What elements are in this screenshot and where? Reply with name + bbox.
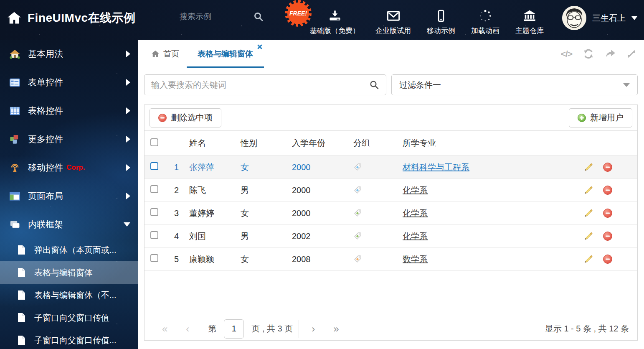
sidebar-item-label: 移动控件 <box>28 162 63 173</box>
header-search-input[interactable] <box>180 12 244 21</box>
major-link[interactable]: 化学系 <box>403 232 428 241</box>
sidebar: 基本用法 表单控件 表格控件 <box>0 40 138 349</box>
edit-pencil-icon[interactable] <box>584 255 593 264</box>
table-row[interactable]: 2 陈飞 男 2000 化学系 <box>145 179 637 202</box>
table-row[interactable]: 3 董婷婷 女 2000 化学系 <box>145 202 637 225</box>
tab-home[interactable]: 首页 <box>144 40 187 68</box>
row-gender: 女 <box>241 208 292 219</box>
sidebar-subitem-label: 表格与编辑窗体 <box>34 267 93 278</box>
last-page-button[interactable]: » <box>324 324 348 334</box>
table-row[interactable]: 4 刘国 男 2002 化学系 <box>145 225 637 248</box>
layout-icon <box>9 191 20 202</box>
delete-row-icon[interactable] <box>603 163 612 172</box>
pagination-bar: « ‹ 第 页 , 共 3 页 › » 显示 1 - 5 条 , 共 12 条 <box>145 317 637 340</box>
row-checkbox[interactable] <box>150 162 158 170</box>
table-row[interactable]: 1 张萍萍 女 2000 材料科学与工程系 <box>145 156 637 179</box>
sidebar-item-grid-controls[interactable]: 表格控件 <box>0 97 138 125</box>
tab-grid-edit-window[interactable]: 表格与编辑窗体 <box>187 40 264 68</box>
antenna-icon <box>9 162 20 173</box>
brand[interactable]: FineUIMvc在线示例 <box>7 10 136 26</box>
page-prefix: 第 <box>208 323 216 334</box>
refresh-icon[interactable] <box>583 48 594 59</box>
mobile-icon <box>435 9 447 23</box>
page-suffix: 页 , 共 3 页 <box>251 323 293 334</box>
share-forward-icon[interactable] <box>605 48 616 59</box>
sidebar-subitem-child-to-parent-2[interactable]: 子窗口向父窗口传值... <box>0 329 138 349</box>
table-row[interactable]: 5 康颖颖 女 2008 数学系 <box>145 248 637 271</box>
app-header: FineUIMvc在线示例 FREE! 基础版（免费） <box>0 0 644 40</box>
chevron-right-icon <box>126 51 130 57</box>
nav-theme-store[interactable]: 主题仓库 <box>515 5 544 36</box>
major-link[interactable]: 数学系 <box>403 255 428 264</box>
home-icon <box>151 50 160 58</box>
source-code-icon[interactable]: </> <box>561 49 572 59</box>
chevron-right-icon <box>126 79 130 86</box>
search-icon[interactable] <box>369 80 379 90</box>
nav-mobile-demos[interactable]: 移动示例 <box>427 5 455 36</box>
row-index: 5 <box>165 255 179 264</box>
major-link[interactable]: 化学系 <box>403 209 428 218</box>
sidebar-item-basic-usage[interactable]: 基本用法 <box>0 40 138 68</box>
nav-loading-animations[interactable]: 加载动画 <box>471 5 499 36</box>
nav-enterprise-trial[interactable]: 企业版试用 <box>375 5 411 36</box>
sidebar-subitem-popup-window[interactable]: 弹出窗体（本页面或... <box>0 239 138 261</box>
tab-tools: </> <box>561 40 636 68</box>
row-year: 2000 <box>292 186 353 195</box>
edit-pencil-icon[interactable] <box>584 232 593 241</box>
file-icon <box>17 245 26 255</box>
major-link[interactable]: 化学系 <box>403 186 428 195</box>
sidebar-item-iframe[interactable]: 内联框架 <box>0 210 138 239</box>
tab-bar: 首页 表格与编辑窗体 </> <box>138 40 644 68</box>
first-page-button[interactable]: « <box>153 324 177 334</box>
sidebar-subitem-grid-edit-window-2[interactable]: 表格与编辑窗体（不... <box>0 284 138 306</box>
keyword-search-box[interactable] <box>144 74 386 95</box>
file-icon <box>17 267 26 278</box>
row-checkbox[interactable] <box>150 231 158 239</box>
row-checkbox[interactable] <box>150 185 158 193</box>
major-link[interactable]: 材料科学与工程系 <box>403 163 469 172</box>
row-checkbox[interactable] <box>150 208 158 216</box>
free-badge: FREE! <box>285 0 312 27</box>
next-page-button[interactable]: › <box>302 324 324 334</box>
row-year: 2000 <box>292 209 353 218</box>
sidebar-item-mobile-controls[interactable]: 移动控件 Corp. <box>0 153 138 182</box>
nav-label: 移动示例 <box>427 26 455 36</box>
nav-label: 主题仓库 <box>515 26 544 36</box>
sidebar-subitem-grid-edit-window[interactable]: 表格与编辑窗体 <box>0 261 138 284</box>
form-icon <box>9 77 20 88</box>
tag-icon <box>353 209 362 217</box>
sidebar-item-more-controls[interactable]: 更多控件 <box>0 125 138 153</box>
user-menu[interactable]: 三生石上 <box>562 6 637 30</box>
delete-selected-button[interactable]: 删除选中项 <box>150 108 221 127</box>
row-checkbox[interactable] <box>150 254 158 262</box>
search-icon[interactable] <box>254 12 264 22</box>
main-content: 首页 表格与编辑窗体 </> <box>138 40 644 349</box>
edit-pencil-icon[interactable] <box>584 163 593 172</box>
bank-icon <box>522 9 537 23</box>
delete-row-icon[interactable] <box>603 186 612 195</box>
expand-icon[interactable] <box>626 49 636 59</box>
delete-row-icon[interactable] <box>603 209 612 218</box>
sidebar-item-form-controls[interactable]: 表单控件 <box>0 68 138 97</box>
col-header-gender: 性别 <box>241 138 292 149</box>
select-all-checkbox[interactable] <box>150 138 158 146</box>
close-icon[interactable] <box>257 44 262 49</box>
prev-page-button[interactable]: ‹ <box>177 324 198 334</box>
edit-pencil-icon[interactable] <box>584 186 593 195</box>
chevron-right-icon <box>126 193 130 199</box>
tab-label: 首页 <box>163 48 179 59</box>
header-search[interactable] <box>180 12 264 22</box>
filter-dropdown[interactable]: 过滤条件一 <box>391 74 638 95</box>
add-user-button[interactable]: 新增用户 <box>569 108 632 127</box>
delete-row-icon[interactable] <box>603 232 612 241</box>
sidebar-subitem-child-to-parent[interactable]: 子窗口向父窗口传值 <box>0 306 138 329</box>
sidebar-subitem-label: 子窗口向父窗口传值... <box>34 335 117 346</box>
delete-row-icon[interactable] <box>603 255 612 264</box>
nav-basic-free[interactable]: FREE! 基础版（免费） <box>310 5 360 36</box>
edit-pencil-icon[interactable] <box>584 209 593 218</box>
chevron-down-icon <box>623 83 630 87</box>
page-number-input[interactable] <box>224 319 244 339</box>
row-name: 康颖颖 <box>179 254 241 265</box>
sidebar-item-page-layout[interactable]: 页面布局 <box>0 182 138 210</box>
keyword-search-input[interactable] <box>151 80 369 90</box>
